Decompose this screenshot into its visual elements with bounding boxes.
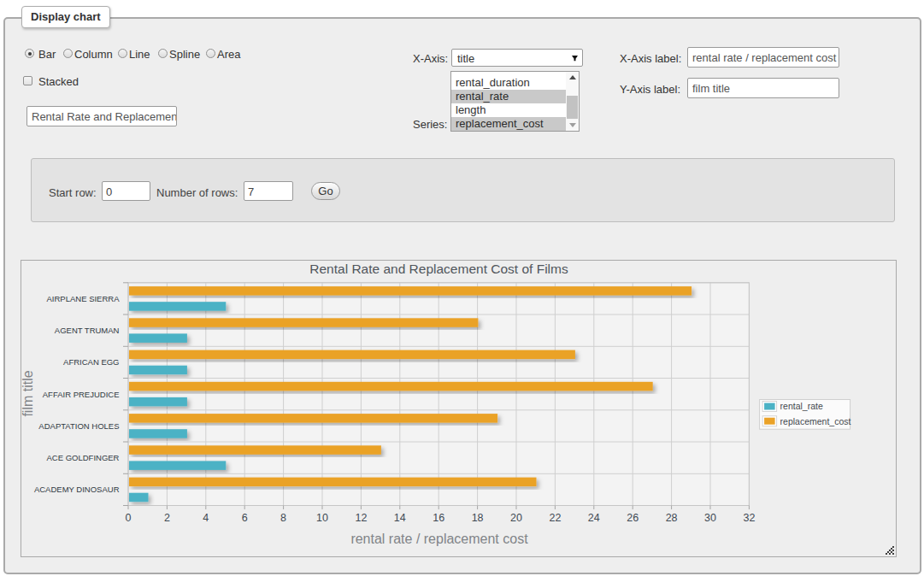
svg-text:replacement_cost: replacement_cost	[780, 416, 851, 426]
svg-text:2: 2	[164, 512, 170, 524]
svg-text:ACE GOLDFINGER: ACE GOLDFINGER	[47, 453, 120, 462]
svg-text:30: 30	[704, 512, 716, 524]
svg-text:20: 20	[510, 512, 522, 524]
svg-text:film title: film title	[21, 370, 35, 416]
svg-text:0: 0	[126, 512, 132, 524]
svg-text:Rental Rate and Replacement Co: Rental Rate and Replacement Cost of Film…	[309, 262, 568, 276]
svg-text:22: 22	[549, 512, 561, 524]
svg-text:24: 24	[588, 512, 600, 524]
svg-text:8: 8	[280, 512, 286, 524]
svg-text:18: 18	[472, 512, 484, 524]
svg-text:AFFAIR PREJUDICE: AFFAIR PREJUDICE	[43, 390, 120, 399]
svg-text:rental_rate: rental_rate	[780, 401, 823, 411]
svg-text:AGENT TRUMAN: AGENT TRUMAN	[55, 326, 120, 335]
svg-text:14: 14	[394, 512, 406, 524]
svg-text:16: 16	[433, 512, 444, 524]
svg-text:AFRICAN EGG: AFRICAN EGG	[63, 357, 119, 367]
svg-text:AIRPLANE SIERRA: AIRPLANE SIERRA	[47, 294, 121, 303]
svg-text:10: 10	[316, 512, 328, 524]
svg-text:28: 28	[666, 512, 678, 524]
svg-text:12: 12	[355, 512, 367, 524]
svg-text:ADAPTATION HOLES: ADAPTATION HOLES	[38, 421, 119, 431]
svg-text:4: 4	[203, 512, 209, 524]
svg-text:ACADEMY DINOSAUR: ACADEMY DINOSAUR	[34, 485, 120, 494]
svg-text:32: 32	[743, 512, 755, 524]
svg-text:rental rate / replacement cost: rental rate / replacement cost	[350, 532, 528, 546]
svg-text:26: 26	[627, 512, 639, 524]
svg-text:6: 6	[242, 512, 248, 524]
